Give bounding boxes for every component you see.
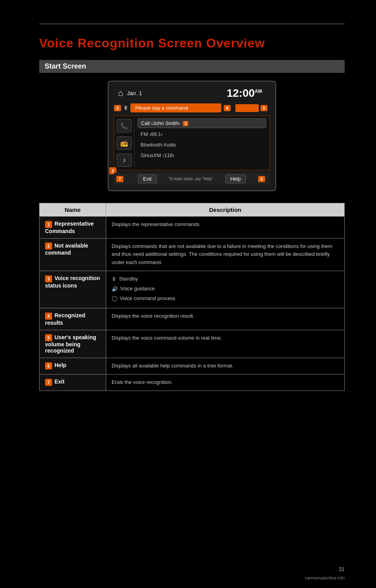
status-icon: 🔊 [112, 286, 118, 292]
section-header: Start Screen [39, 60, 345, 73]
left-icons: 📞 📻 ♪ [114, 116, 134, 170]
command-bluetooth: Bluetooth Audio [137, 140, 266, 149]
info-table: Name Description 1Representative Command… [39, 203, 345, 391]
screen-mockup: ⌂ Jan. 1 12:00AM 3 🎙 Please say a comman… [108, 81, 276, 191]
phone-icon-btn: 📞 [117, 119, 132, 132]
table-row-name: 7Exit [40, 375, 106, 391]
voice-bar-row: 3 🎙 Please say a command 4 5 [114, 103, 270, 112]
screen-top-bar: ⌂ Jan. 1 12:00AM [114, 87, 270, 100]
please-say-bar: Please say a command [130, 103, 221, 112]
badge-3: 3 [114, 105, 121, 111]
volume-bar [235, 104, 259, 112]
commands-list: Call ‹John Smith› 2 FM ‹89.1› Bluetooth … [134, 116, 269, 170]
badge-6: 6 [258, 176, 265, 182]
page-number: 31 [338, 566, 345, 572]
table-row-desc: Displays the voice recognition result. [106, 308, 345, 330]
table-row-name: 3Voice recognition status icons [40, 271, 106, 308]
table-row-desc: Displays the voice command volume in rea… [106, 330, 345, 358]
exit-button[interactable]: Exit [138, 174, 157, 183]
badge-5: 5 [260, 105, 268, 111]
badge-2-inline: 2 [183, 121, 188, 126]
status-icon: 🎙 [112, 276, 117, 282]
command-fm: FM ‹89.1› [137, 130, 266, 139]
screen-content: 📞 📻 ♪ Call ‹John Smith› 2 FM ‹89.1› Blue… [114, 116, 270, 170]
command-call: Call ‹John Smith› 2 [137, 118, 266, 128]
footer-watermark: carmanualonline.info [305, 575, 345, 580]
page-title: Voice Recognition Screen Overview [39, 36, 345, 51]
mic-icon: 🎙 [123, 105, 129, 111]
command-siriusxm: SiriusXM ‹118› [137, 151, 266, 160]
col-name-header: Name [40, 203, 106, 217]
screen-outer: ⌂ Jan. 1 12:00AM 3 🎙 Please say a comman… [108, 81, 276, 191]
badge-7: 7 [116, 176, 123, 182]
table-row-desc: Displays commands that are not available… [106, 238, 345, 271]
table-row-desc: Displays the representative commands. [106, 217, 345, 239]
help-button[interactable]: Help [225, 174, 246, 183]
radio-icon-btn: 📻 [117, 136, 132, 150]
screen-date: Jan. 1 [127, 90, 142, 96]
learn-more-text: To learn more, say "Help" [169, 177, 213, 181]
table-row-desc: Ends the voice recognition. [106, 375, 345, 391]
col-desc-header: Description [106, 203, 345, 217]
table-row-name: 1Representative Commands [40, 217, 106, 239]
table-row-name: 2Not available command [40, 238, 106, 271]
table-row-desc: Displays all available help commands in … [106, 358, 345, 375]
table-row-desc: 🎙Standby🔊Voice guidance◯Voice command pr… [106, 271, 345, 308]
table-row-name: 5User's speaking volume being recognized [40, 330, 106, 358]
home-icon: ⌂ [118, 88, 123, 98]
screen-bottom-bar: 7 Exit To learn more, say "Help" Help 6 [114, 173, 270, 185]
status-icon: ◯ [112, 295, 118, 301]
table-row-name: 4Recognized results [40, 308, 106, 330]
table-row-name: 6Help [40, 358, 106, 375]
badge-4: 4 [224, 105, 231, 111]
screen-time: 12:00AM [227, 87, 262, 100]
music-icon-btn: ♪ [117, 154, 132, 167]
top-rule [39, 24, 345, 24]
